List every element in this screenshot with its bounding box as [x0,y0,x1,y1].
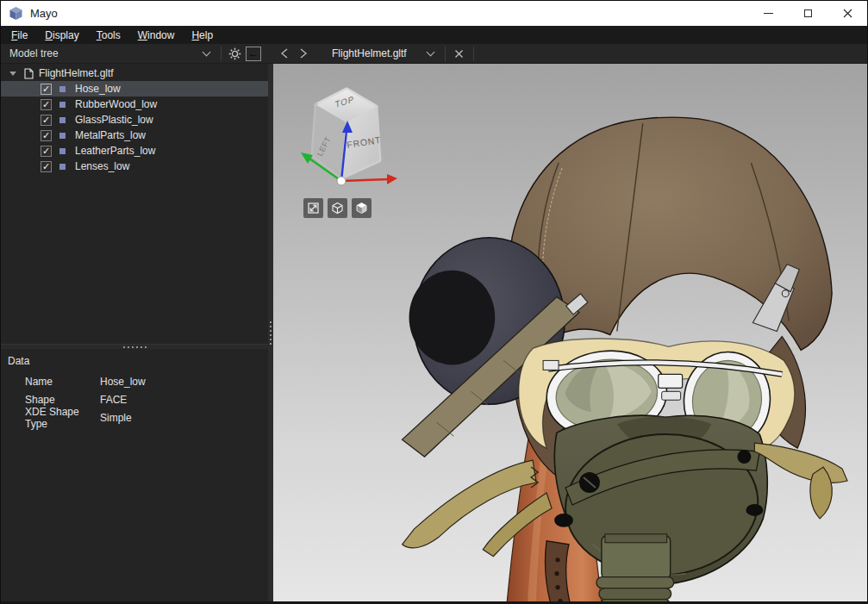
visibility-checkbox[interactable]: ✓ [41,161,52,172]
check-icon: ✓ [42,162,50,171]
viewport-toolbar [303,198,372,218]
visibility-checkbox[interactable]: ✓ [41,130,52,141]
tree-item-glassplastic-low[interactable]: ✓ GlassPlastic_low [1,112,268,128]
close-document-icon [454,49,464,59]
goggle-nose-bridge [659,374,683,388]
toolbar: Model tree ← [1,44,867,64]
titlebar: Mayo [1,1,867,26]
chevron-down-icon[interactable] [203,48,211,57]
chevron-left-icon [280,47,289,59]
go-back-button[interactable]: ← [246,47,261,61]
check-icon: ✓ [42,131,50,140]
tree-item-hose-low[interactable]: ✓ Hose_low [1,81,268,97]
visibility-checkbox[interactable]: ✓ [41,146,52,157]
settings-gear-button[interactable] [226,46,243,62]
data-panel: Data Name Hose_low Shape FACE XDE Shape … [1,349,268,601]
flight-helmet-model [273,64,867,601]
check-icon: ✓ [42,100,50,109]
tree-item-metalparts-low[interactable]: ✓ MetalParts_low [1,128,268,143]
data-panel-title: Data [1,349,268,372]
expander-triangle-icon[interactable] [9,72,16,76]
tree-item-leatherparts-low[interactable]: ✓ LeatherParts_low [1,143,268,159]
menu-display[interactable]: Display [36,27,87,44]
app-window: Mayo File Display Tools Window Help Mode… [0,0,868,604]
back-arrow-icon: ← [248,47,259,59]
model-tree: FlightHelmet.gltf ✓ Hose_low ✓ RubberWoo… [1,64,268,344]
tree-item-lenses-low[interactable]: ✓ Lenses_low [1,159,268,174]
menubar: File Display Tools Window Help [1,26,867,44]
document-tab[interactable]: FlightHelmet.gltf [332,47,407,59]
next-document-button[interactable] [294,46,313,62]
menu-help[interactable]: Help [183,27,222,44]
check-icon: ✓ [42,84,50,94]
tabbar-separator [445,47,446,61]
mesh-part-icon [59,148,66,154]
toolbar-separator [221,47,222,61]
menu-window[interactable]: Window [129,27,184,44]
3d-viewport[interactable]: TOP LEFT FRONT [273,64,867,601]
panel-selector-combobox[interactable]: Model tree [9,47,59,59]
menu-file[interactable]: File [3,27,36,44]
visibility-checkbox[interactable]: ✓ [41,115,52,126]
wireframe-mode-button[interactable] [328,198,347,218]
mesh-part-icon [59,117,66,123]
shaded-mode-button[interactable] [352,198,372,218]
minimize-icon [764,13,773,14]
visibility-checkbox[interactable]: ✓ [41,84,52,95]
visibility-checkbox[interactable]: ✓ [41,99,52,110]
gear-icon [228,47,241,60]
mesh-part-icon [59,133,66,139]
close-button[interactable] [827,1,867,26]
check-icon: ✓ [42,115,50,125]
wireframe-cube-icon [331,202,344,215]
close-icon [843,9,852,18]
maximize-button[interactable] [788,1,827,26]
shaded-cube-icon [355,202,368,215]
zoom-fit-icon [307,202,320,215]
app-logo-cube-icon [9,6,23,21]
left-panel: FlightHelmet.gltf ✓ Hose_low ✓ RubberWoo… [1,64,268,601]
data-row-name: Name Hose_low [1,372,268,390]
document-file-icon [24,68,34,79]
document-tab-bar: FlightHelmet.gltf [268,44,867,63]
minimize-button[interactable] [748,1,788,26]
ear-cup-disc [409,271,496,365]
tree-root-label: FlightHelmet.gltf [39,67,114,79]
panel-selector-bar: Model tree ← [1,44,268,63]
chevron-right-icon [299,47,308,59]
mesh-part-icon [59,102,66,108]
data-row-xde-shape-type: XDE Shape Type Simple [1,408,268,427]
window-title: Mayo [30,7,58,20]
tree-item-rubberwood-low[interactable]: ✓ RubberWood_low [1,97,268,112]
check-icon: ✓ [42,146,50,156]
tabbar-separator-2 [473,47,474,61]
mesh-part-icon [59,164,66,170]
mask-screw [737,450,751,464]
previous-document-button[interactable] [275,46,294,62]
mesh-part-icon [59,86,66,92]
maximize-icon [804,9,812,17]
tree-root-flighthelmet[interactable]: FlightHelmet.gltf [1,65,268,81]
document-list-chevron-icon[interactable] [426,48,434,57]
menu-tools[interactable]: Tools [88,27,129,44]
zoom-fit-button[interactable] [303,198,323,218]
close-document-button[interactable] [450,46,469,62]
hose-assembly [596,534,674,601]
